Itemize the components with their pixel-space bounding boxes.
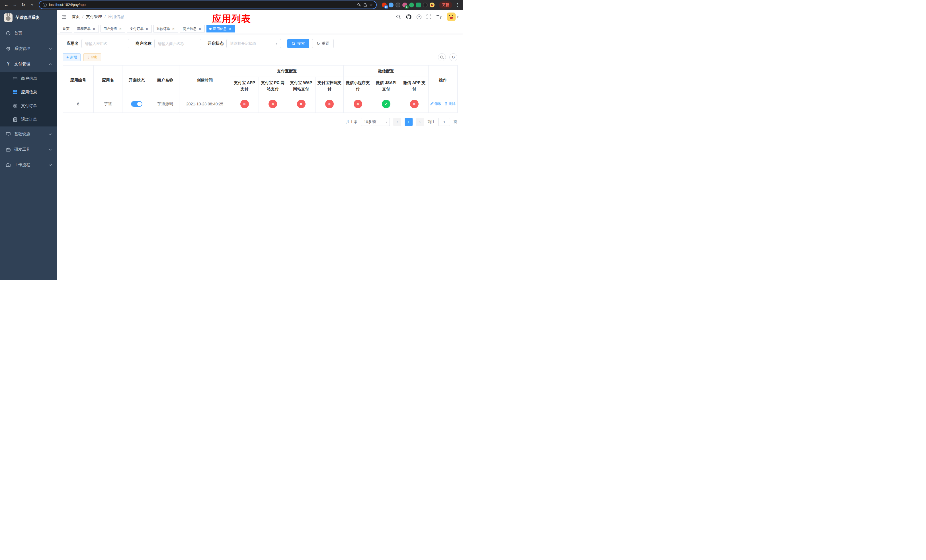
sidebar-item-infra[interactable]: 基础设施 (0, 127, 57, 142)
close-icon[interactable]: × (228, 27, 232, 31)
col-app-id: 应用编号 (63, 65, 94, 95)
page-1-button[interactable]: 1 (405, 118, 413, 126)
prev-page-button[interactable]: ‹ (393, 118, 401, 126)
forward-button[interactable]: → (11, 2, 18, 8)
logo-avatar (4, 14, 12, 22)
cell-actions: 修改 删除 (428, 95, 458, 113)
sidebar-item-app-info[interactable]: 应用信息 (0, 85, 57, 99)
font-size-icon[interactable] (436, 15, 442, 19)
sidebar-item-home[interactable]: 首页 (0, 26, 57, 41)
sidebar-item-workflow[interactable]: 工作流程 (0, 157, 57, 173)
breadcrumb: 首页 / 支付管理 / 应用信息 (72, 14, 124, 20)
address-bar[interactable]: i localhost:1024/pay/app ☆ (39, 1, 376, 9)
breadcrumb-payment[interactable]: 支付管理 (86, 14, 102, 20)
extension-icon-2[interactable] (389, 3, 393, 8)
cell-app-name: 芋道 (94, 95, 123, 113)
status-select-placeholder: 请选择开启状态 (230, 41, 256, 46)
close-icon[interactable]: × (118, 27, 123, 31)
browser-menu-icon[interactable]: ⋮ (455, 2, 460, 8)
url-text[interactable]: localhost:1024/pay/app (49, 3, 86, 7)
sidebar-item-merchant-info[interactable]: 商户信息 (0, 72, 57, 85)
close-icon[interactable]: × (92, 27, 96, 31)
browser-window: ← → ↻ ⌂ i localhost:1024/pay/app ☆ 10 1 (0, 0, 463, 280)
tab-process-form[interactable]: 流程表单 × (74, 25, 99, 32)
github-icon[interactable] (406, 14, 412, 20)
help-icon[interactable]: ? (416, 15, 421, 20)
close-icon[interactable]: × (145, 27, 149, 31)
sidebar-item-pay-order[interactable]: 支付订单 (0, 99, 57, 113)
extension-icon-3[interactable] (395, 3, 400, 8)
status-circle-icon: × (325, 100, 334, 108)
edit-button[interactable]: 修改 (430, 101, 442, 106)
app-name-input[interactable] (82, 39, 129, 48)
share-icon[interactable] (363, 3, 367, 7)
tab-label: 商户信息 (183, 26, 197, 31)
bookmark-star-icon[interactable]: ☆ (369, 3, 373, 7)
add-button[interactable]: + 新增 (63, 53, 80, 61)
search-button[interactable]: 搜索 (287, 39, 309, 48)
fullscreen-icon[interactable] (427, 15, 431, 19)
breadcrumb-home[interactable]: 首页 (72, 14, 80, 20)
tab-home[interactable]: 首页 (60, 25, 72, 32)
download-icon: ↓ (87, 55, 89, 59)
toggle-search-button[interactable] (438, 53, 446, 61)
tab-app-info[interactable]: 应用信息 × (206, 25, 235, 32)
chevron-down-icon (49, 132, 52, 135)
search-icon[interactable] (396, 15, 401, 20)
refresh-table-button[interactable]: ↻ (449, 53, 457, 61)
merchant-name-input[interactable] (154, 39, 201, 48)
status-select[interactable]: 请选择开启状态 ▾ (226, 39, 281, 48)
sidebar-collapse-icon[interactable] (62, 15, 67, 19)
status-switch[interactable] (131, 101, 142, 107)
tab-merchant-info[interactable]: 商户信息 × (180, 25, 205, 32)
close-icon[interactable]: × (171, 27, 176, 31)
next-page-button[interactable]: › (416, 118, 424, 126)
order-icon (12, 104, 18, 108)
chrome-update-button[interactable]: 更新 (439, 2, 452, 9)
app-table: 应用编号 应用名 开启状态 商户名称 创建时间 支付宝配置 微信配置 操作 支付… (63, 65, 457, 113)
goto-page-input[interactable] (438, 118, 450, 126)
extension-icon-4[interactable]: 1 (402, 3, 407, 8)
profile-avatar-icon[interactable] (430, 3, 434, 8)
tab-refund-order[interactable]: 退款订单 × (153, 25, 178, 32)
cell-merchant: 芋道源码 (151, 95, 179, 113)
tab-pay-order[interactable]: 支付订单 × (127, 25, 152, 32)
delete-button[interactable]: 删除 (445, 101, 455, 106)
site-info-icon[interactable]: i (43, 3, 47, 7)
chevron-down-icon (49, 163, 52, 166)
user-avatar[interactable]: ▾ (447, 12, 458, 21)
sidebar-label: 系统管理 (14, 46, 30, 51)
col-wx-mini: 微信小程序支付 (344, 77, 372, 95)
sidebar-label: 研发工具 (14, 147, 30, 152)
toolbox-icon (6, 148, 11, 152)
reset-button[interactable]: ↻ 重置 (312, 39, 334, 48)
reload-button[interactable]: ↻ (20, 2, 27, 8)
close-icon[interactable]: × (198, 27, 202, 31)
home-button[interactable]: ⌂ (29, 2, 35, 8)
extensions-area: 10 1 (382, 3, 434, 8)
extension-icon-5[interactable] (409, 3, 414, 8)
sidebar-item-payment[interactable]: ¥ 支付管理 (0, 56, 57, 72)
sidebar-label: 首页 (14, 31, 22, 36)
back-button[interactable]: ← (3, 2, 10, 8)
page-content: 应用名 商户名称 开启状态 请选择开启状态 ▾ 搜索 ↻ 重 (57, 34, 463, 280)
extension-icon-7[interactable] (423, 3, 428, 8)
sidebar-label: 支付管理 (14, 62, 30, 67)
password-key-icon[interactable] (357, 3, 361, 7)
annotation-title: 应用列表 (212, 12, 251, 25)
sidebar-item-refund-order[interactable]: 退款订单 (0, 113, 57, 127)
extension-icon-1[interactable]: 10 (382, 3, 387, 8)
cell-wx-app: × (400, 95, 428, 113)
col-merchant: 商户名称 (151, 65, 179, 95)
col-created: 创建时间 (179, 65, 230, 95)
app-logo[interactable]: 芋道管理系统 (0, 10, 57, 26)
sidebar-label: 应用信息 (21, 90, 37, 95)
export-button[interactable]: ↓ 导出 (83, 53, 101, 61)
sidebar-label: 工作流程 (14, 162, 30, 168)
sidebar-item-system[interactable]: 系统管理 (0, 41, 57, 56)
page-size-select[interactable]: 10条/页 ▾ (361, 118, 390, 126)
tab-user-group[interactable]: 用户分组 × (100, 25, 125, 32)
sidebar-item-devtools[interactable]: 研发工具 (0, 142, 57, 157)
table-toolbar: + 新增 ↓ 导出 ↻ (63, 53, 457, 61)
extension-icon-6[interactable] (416, 3, 421, 8)
